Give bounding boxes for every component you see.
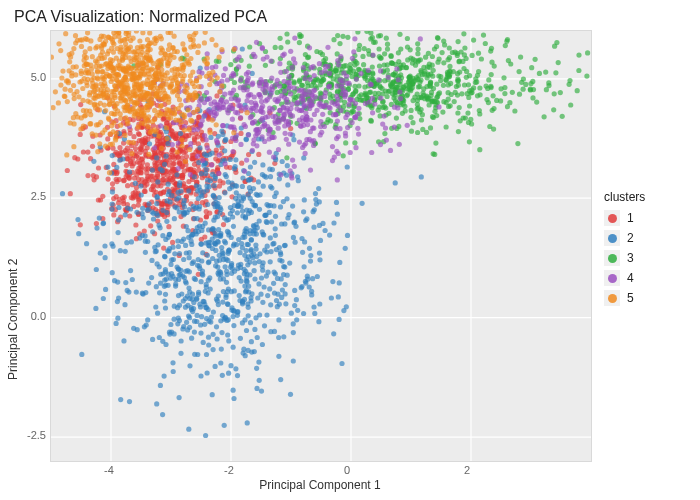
- svg-point-1107: [291, 235, 296, 240]
- svg-point-2990: [56, 41, 61, 46]
- svg-point-1498: [199, 279, 204, 284]
- svg-point-3404: [132, 93, 137, 98]
- svg-point-1207: [317, 223, 322, 228]
- svg-point-1247: [308, 253, 313, 258]
- svg-point-1245: [225, 332, 230, 337]
- svg-point-1513: [262, 284, 267, 289]
- svg-point-2335: [431, 68, 436, 73]
- svg-point-2133: [484, 84, 489, 89]
- svg-point-1409: [215, 336, 220, 341]
- svg-point-1467: [187, 325, 192, 330]
- svg-point-2828: [229, 91, 234, 96]
- svg-point-3386: [142, 121, 147, 126]
- svg-point-1294: [123, 280, 128, 285]
- svg-point-2722: [395, 105, 400, 110]
- svg-point-768: [267, 286, 272, 291]
- svg-point-2124: [320, 52, 325, 57]
- svg-point-2061: [415, 106, 420, 111]
- svg-point-807: [171, 369, 176, 374]
- svg-point-1535: [153, 304, 158, 309]
- svg-point-1309: [331, 220, 336, 225]
- svg-point-962: [210, 151, 215, 156]
- svg-point-3599: [122, 108, 127, 113]
- legend-label: 4: [627, 271, 634, 285]
- svg-point-1006: [97, 216, 102, 221]
- svg-point-3194: [180, 41, 185, 46]
- svg-point-1497: [203, 289, 208, 294]
- svg-point-3288: [83, 49, 88, 54]
- svg-point-3377: [188, 56, 193, 61]
- svg-point-1444: [150, 229, 155, 234]
- svg-point-2705: [158, 123, 163, 128]
- svg-point-1416: [323, 228, 328, 233]
- svg-point-1547: [202, 322, 207, 327]
- svg-point-2071: [471, 85, 476, 90]
- svg-point-731: [317, 251, 322, 256]
- svg-point-1896: [523, 82, 528, 87]
- svg-point-1209: [264, 274, 269, 279]
- svg-point-1445: [243, 228, 248, 233]
- svg-point-2298: [498, 98, 503, 103]
- svg-point-1723: [440, 50, 445, 55]
- svg-point-2374: [415, 59, 420, 64]
- svg-point-1865: [409, 129, 414, 134]
- svg-point-2380: [335, 89, 340, 94]
- svg-point-1664: [521, 87, 526, 92]
- svg-point-2386: [456, 78, 461, 83]
- svg-point-3237: [117, 59, 122, 64]
- legend-label: 3: [627, 251, 634, 265]
- svg-point-3464: [146, 152, 151, 157]
- svg-point-3451: [187, 147, 192, 152]
- svg-point-1026: [129, 239, 134, 244]
- svg-point-946: [225, 258, 230, 263]
- svg-point-1551: [276, 335, 281, 340]
- svg-point-1893: [278, 36, 283, 41]
- svg-point-3470: [152, 117, 157, 122]
- svg-point-560: [152, 160, 157, 165]
- svg-point-3488: [95, 75, 100, 80]
- svg-point-1237: [249, 247, 254, 252]
- svg-point-1766: [467, 103, 472, 108]
- svg-point-1922: [537, 71, 542, 76]
- svg-point-953: [337, 317, 342, 322]
- svg-point-2881: [354, 77, 359, 82]
- svg-point-2325: [455, 53, 460, 58]
- svg-point-3219: [156, 134, 161, 139]
- svg-point-3399: [165, 60, 170, 65]
- svg-point-2328: [356, 47, 361, 52]
- svg-point-726: [110, 270, 115, 275]
- svg-point-2805: [235, 57, 240, 62]
- svg-point-3327: [147, 31, 152, 36]
- svg-point-1020: [240, 175, 245, 180]
- legend-swatch: [604, 210, 620, 226]
- svg-point-2243: [515, 141, 520, 146]
- svg-point-2834: [341, 88, 346, 93]
- svg-point-2025: [369, 119, 374, 124]
- svg-point-2363: [364, 94, 369, 99]
- svg-point-1938: [575, 88, 580, 93]
- svg-point-3510: [161, 88, 166, 93]
- svg-point-2428: [230, 149, 235, 154]
- svg-point-965: [192, 319, 197, 324]
- svg-point-1420: [274, 247, 279, 252]
- circle-icon: [608, 254, 617, 263]
- svg-point-1555: [101, 296, 106, 301]
- svg-point-3547: [159, 146, 164, 151]
- svg-point-1058: [183, 305, 188, 310]
- svg-point-1027: [176, 293, 181, 298]
- svg-point-2642: [350, 56, 355, 61]
- svg-point-1104: [105, 164, 110, 169]
- svg-point-1115: [172, 331, 177, 336]
- svg-point-3482: [106, 49, 111, 54]
- svg-point-1525: [170, 245, 175, 250]
- svg-point-1637: [477, 147, 482, 152]
- svg-point-1171: [182, 204, 187, 209]
- svg-point-3596: [183, 159, 188, 164]
- svg-point-1336: [269, 219, 274, 224]
- svg-point-2388: [408, 77, 413, 82]
- svg-point-2773: [356, 106, 361, 111]
- svg-point-2220: [345, 35, 350, 40]
- svg-point-676: [137, 132, 142, 137]
- svg-point-1169: [295, 174, 300, 179]
- svg-point-2688: [254, 128, 259, 133]
